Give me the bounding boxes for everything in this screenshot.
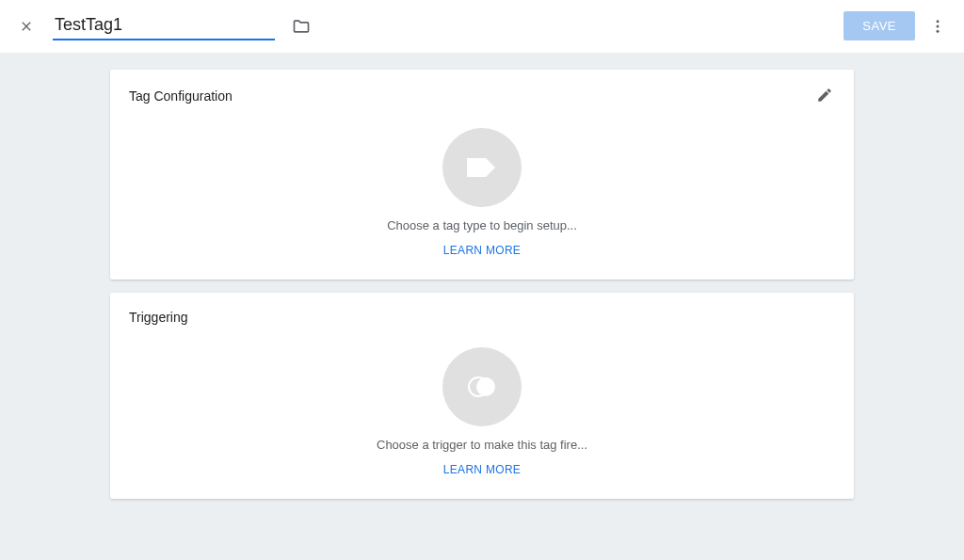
card-title: Tag Configuration — [129, 88, 233, 104]
card-header: Triggering — [129, 310, 835, 325]
triggering-empty-text: Choose a trigger to make this tag fire..… — [377, 438, 587, 452]
card-header: Tag Configuration — [129, 87, 835, 105]
more-vert-icon — [929, 18, 946, 35]
topbar: SAVE — [0, 0, 964, 53]
tag-config-learn-more-link[interactable]: LEARN MORE — [443, 244, 521, 257]
tag-name-input[interactable] — [53, 11, 275, 40]
svg-point-2 — [937, 29, 940, 32]
tag-icon — [465, 154, 499, 181]
svg-point-1 — [937, 24, 940, 27]
save-button[interactable]: SAVE — [844, 11, 915, 40]
triggering-card: Triggering Choose a trigger to make this… — [110, 293, 854, 499]
more-menu-button[interactable] — [926, 15, 949, 38]
pencil-icon — [816, 87, 833, 104]
tag-configuration-card: Tag Configuration Choose a tag type to b… — [110, 70, 854, 280]
title-area — [53, 11, 844, 40]
folder-button[interactable] — [290, 15, 313, 38]
svg-point-4 — [476, 377, 495, 396]
trigger-placeholder-circle — [442, 347, 522, 426]
close-button[interactable] — [15, 15, 38, 38]
card-title: Triggering — [129, 310, 188, 325]
svg-point-0 — [937, 20, 940, 23]
close-icon — [19, 19, 34, 34]
trigger-icon — [466, 371, 498, 403]
content-area: Tag Configuration Choose a tag type to b… — [0, 53, 964, 516]
tag-config-empty-text: Choose a tag type to begin setup... — [387, 218, 577, 232]
edit-tag-config-button[interactable] — [816, 87, 835, 105]
tag-type-placeholder-circle — [442, 128, 522, 207]
triggering-empty-state[interactable]: Choose a trigger to make this tag fire..… — [129, 347, 835, 476]
tag-config-empty-state[interactable]: Choose a tag type to begin setup... LEAR… — [129, 128, 835, 257]
folder-icon — [292, 17, 311, 36]
triggering-learn-more-link[interactable]: LEARN MORE — [443, 463, 521, 476]
